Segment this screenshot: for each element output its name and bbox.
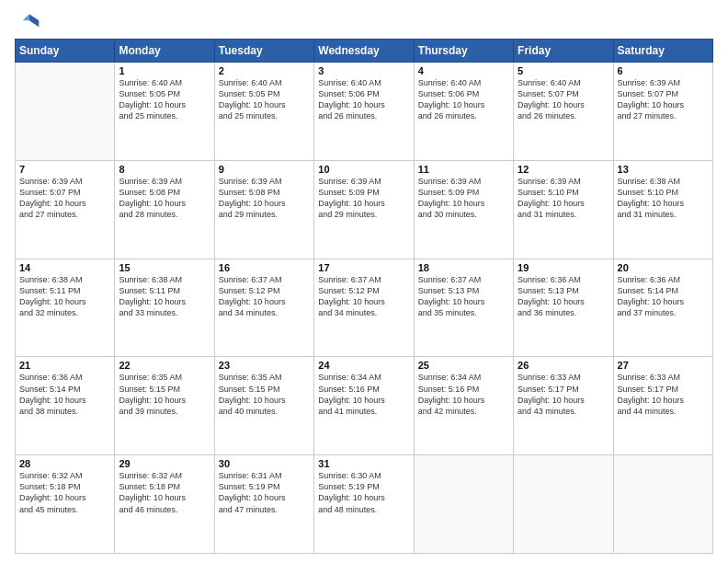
day-info: Sunrise: 6:34 AM Sunset: 5:16 PM Dayligh… <box>418 372 509 417</box>
calendar-cell: 18Sunrise: 6:37 AM Sunset: 5:13 PM Dayli… <box>414 259 513 357</box>
page: SundayMondayTuesdayWednesdayThursdayFrid… <box>0 0 728 563</box>
calendar-cell: 9Sunrise: 6:39 AM Sunset: 5:08 PM Daylig… <box>214 160 313 259</box>
calendar-day-header: Friday <box>514 40 613 63</box>
day-number: 4 <box>418 65 509 76</box>
calendar-cell: 22Sunrise: 6:35 AM Sunset: 5:15 PM Dayli… <box>115 357 214 455</box>
day-info: Sunrise: 6:40 AM Sunset: 5:06 PM Dayligh… <box>418 77 509 122</box>
day-info: Sunrise: 6:36 AM Sunset: 5:13 PM Dayligh… <box>518 274 609 319</box>
calendar-cell: 2Sunrise: 6:40 AM Sunset: 5:05 PM Daylig… <box>214 63 313 161</box>
calendar-cell <box>613 455 712 554</box>
calendar-cell <box>414 455 513 554</box>
calendar-cell: 12Sunrise: 6:39 AM Sunset: 5:10 PM Dayli… <box>514 160 613 259</box>
day-number: 16 <box>219 262 310 273</box>
day-number: 10 <box>318 164 409 175</box>
day-number: 2 <box>219 65 310 76</box>
day-info: Sunrise: 6:39 AM Sunset: 5:09 PM Dayligh… <box>318 176 409 221</box>
day-info: Sunrise: 6:40 AM Sunset: 5:05 PM Dayligh… <box>119 77 210 122</box>
calendar-cell: 19Sunrise: 6:36 AM Sunset: 5:13 PM Dayli… <box>514 259 613 357</box>
day-info: Sunrise: 6:40 AM Sunset: 5:05 PM Dayligh… <box>219 77 310 122</box>
day-info: Sunrise: 6:38 AM Sunset: 5:11 PM Dayligh… <box>19 274 110 319</box>
day-info: Sunrise: 6:39 AM Sunset: 5:09 PM Dayligh… <box>418 176 509 221</box>
calendar-day-header: Sunday <box>16 40 115 63</box>
day-info: Sunrise: 6:34 AM Sunset: 5:16 PM Dayligh… <box>318 372 409 417</box>
day-info: Sunrise: 6:30 AM Sunset: 5:19 PM Dayligh… <box>318 470 409 515</box>
calendar-week-row: 21Sunrise: 6:36 AM Sunset: 5:14 PM Dayli… <box>16 357 713 455</box>
calendar-cell: 10Sunrise: 6:39 AM Sunset: 5:09 PM Dayli… <box>314 160 414 259</box>
day-number: 30 <box>219 458 310 469</box>
calendar-day-header: Wednesday <box>314 40 414 63</box>
day-info: Sunrise: 6:35 AM Sunset: 5:15 PM Dayligh… <box>119 372 210 417</box>
day-number: 22 <box>119 360 210 371</box>
day-number: 5 <box>518 65 609 76</box>
calendar-cell: 15Sunrise: 6:38 AM Sunset: 5:11 PM Dayli… <box>115 259 214 357</box>
calendar-day-header: Saturday <box>613 40 712 63</box>
day-info: Sunrise: 6:37 AM Sunset: 5:13 PM Dayligh… <box>418 274 509 319</box>
day-number: 6 <box>618 65 709 76</box>
header <box>15 9 713 35</box>
day-info: Sunrise: 6:39 AM Sunset: 5:08 PM Dayligh… <box>119 176 210 221</box>
day-number: 29 <box>119 458 210 469</box>
day-info: Sunrise: 6:38 AM Sunset: 5:11 PM Dayligh… <box>119 274 210 319</box>
svg-marker-0 <box>29 14 40 27</box>
day-info: Sunrise: 6:40 AM Sunset: 5:07 PM Dayligh… <box>518 77 609 122</box>
day-info: Sunrise: 6:37 AM Sunset: 5:12 PM Dayligh… <box>318 274 409 319</box>
day-number: 7 <box>19 164 110 175</box>
day-number: 18 <box>418 262 509 273</box>
calendar-day-header: Tuesday <box>214 40 313 63</box>
calendar-cell: 30Sunrise: 6:31 AM Sunset: 5:19 PM Dayli… <box>214 455 313 554</box>
day-number: 27 <box>618 360 709 371</box>
calendar-cell: 28Sunrise: 6:32 AM Sunset: 5:18 PM Dayli… <box>16 455 115 554</box>
day-number: 12 <box>518 164 609 175</box>
day-info: Sunrise: 6:31 AM Sunset: 5:19 PM Dayligh… <box>219 470 310 515</box>
calendar-cell: 17Sunrise: 6:37 AM Sunset: 5:12 PM Dayli… <box>314 259 414 357</box>
day-number: 21 <box>19 360 110 371</box>
calendar-cell: 20Sunrise: 6:36 AM Sunset: 5:14 PM Dayli… <box>613 259 712 357</box>
day-number: 25 <box>418 360 509 371</box>
day-info: Sunrise: 6:39 AM Sunset: 5:07 PM Dayligh… <box>618 77 709 122</box>
calendar-cell: 16Sunrise: 6:37 AM Sunset: 5:12 PM Dayli… <box>214 259 313 357</box>
calendar-cell: 11Sunrise: 6:39 AM Sunset: 5:09 PM Dayli… <box>414 160 513 259</box>
day-info: Sunrise: 6:36 AM Sunset: 5:14 PM Dayligh… <box>19 372 110 417</box>
day-info: Sunrise: 6:35 AM Sunset: 5:15 PM Dayligh… <box>219 372 310 417</box>
calendar-cell: 13Sunrise: 6:38 AM Sunset: 5:10 PM Dayli… <box>613 160 712 259</box>
calendar-week-row: 14Sunrise: 6:38 AM Sunset: 5:11 PM Dayli… <box>16 259 713 357</box>
day-info: Sunrise: 6:33 AM Sunset: 5:17 PM Dayligh… <box>518 372 609 417</box>
calendar-cell: 27Sunrise: 6:33 AM Sunset: 5:17 PM Dayli… <box>613 357 712 455</box>
day-number: 26 <box>518 360 609 371</box>
day-info: Sunrise: 6:32 AM Sunset: 5:18 PM Dayligh… <box>119 470 210 515</box>
calendar-cell: 29Sunrise: 6:32 AM Sunset: 5:18 PM Dayli… <box>115 455 214 554</box>
calendar-cell: 14Sunrise: 6:38 AM Sunset: 5:11 PM Dayli… <box>16 259 115 357</box>
day-info: Sunrise: 6:37 AM Sunset: 5:12 PM Dayligh… <box>219 274 310 319</box>
day-number: 17 <box>318 262 409 273</box>
calendar-week-row: 1Sunrise: 6:40 AM Sunset: 5:05 PM Daylig… <box>16 63 713 161</box>
calendar-cell: 21Sunrise: 6:36 AM Sunset: 5:14 PM Dayli… <box>16 357 115 455</box>
logo-icon <box>15 9 40 35</box>
day-number: 11 <box>418 164 509 175</box>
calendar-cell: 8Sunrise: 6:39 AM Sunset: 5:08 PM Daylig… <box>115 160 214 259</box>
calendar-cell: 6Sunrise: 6:39 AM Sunset: 5:07 PM Daylig… <box>613 63 712 161</box>
day-info: Sunrise: 6:32 AM Sunset: 5:18 PM Dayligh… <box>19 470 110 515</box>
day-info: Sunrise: 6:33 AM Sunset: 5:17 PM Dayligh… <box>618 372 709 417</box>
day-info: Sunrise: 6:36 AM Sunset: 5:14 PM Dayligh… <box>618 274 709 319</box>
day-number: 15 <box>119 262 210 273</box>
calendar-week-row: 28Sunrise: 6:32 AM Sunset: 5:18 PM Dayli… <box>16 455 713 554</box>
calendar-week-row: 7Sunrise: 6:39 AM Sunset: 5:07 PM Daylig… <box>16 160 713 259</box>
day-info: Sunrise: 6:40 AM Sunset: 5:06 PM Dayligh… <box>318 77 409 122</box>
day-info: Sunrise: 6:38 AM Sunset: 5:10 PM Dayligh… <box>618 176 709 221</box>
calendar-cell: 25Sunrise: 6:34 AM Sunset: 5:16 PM Dayli… <box>414 357 513 455</box>
day-info: Sunrise: 6:39 AM Sunset: 5:08 PM Dayligh… <box>219 176 310 221</box>
calendar-cell: 5Sunrise: 6:40 AM Sunset: 5:07 PM Daylig… <box>514 63 613 161</box>
calendar-day-header: Monday <box>115 40 214 63</box>
day-number: 19 <box>518 262 609 273</box>
logo <box>15 9 42 35</box>
day-number: 14 <box>19 262 110 273</box>
day-info: Sunrise: 6:39 AM Sunset: 5:10 PM Dayligh… <box>518 176 609 221</box>
day-number: 8 <box>119 164 210 175</box>
day-number: 1 <box>119 65 210 76</box>
calendar-table: SundayMondayTuesdayWednesdayThursdayFrid… <box>15 39 713 554</box>
calendar-cell: 26Sunrise: 6:33 AM Sunset: 5:17 PM Dayli… <box>514 357 613 455</box>
day-number: 13 <box>618 164 709 175</box>
calendar-cell: 1Sunrise: 6:40 AM Sunset: 5:05 PM Daylig… <box>115 63 214 161</box>
day-number: 24 <box>318 360 409 371</box>
day-number: 23 <box>219 360 310 371</box>
